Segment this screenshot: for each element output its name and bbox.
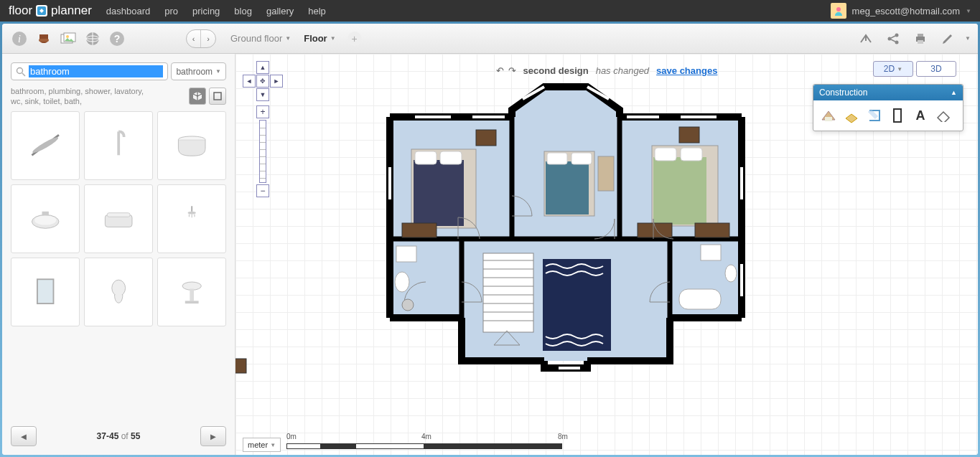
globe-icon[interactable] xyxy=(83,29,103,49)
floorplan-drawing[interactable] xyxy=(365,74,767,375)
next-page-button[interactable]: ► xyxy=(200,426,226,446)
tag-list: bathroom, plumbing, shower, lavatory, wc… xyxy=(11,86,154,107)
chevron-down-icon: ▼ xyxy=(285,35,291,42)
unit-select[interactable]: meter▼ xyxy=(243,438,281,452)
svg-point-30 xyxy=(112,281,126,297)
pan-down-button[interactable]: ▼ xyxy=(256,88,269,101)
view-2d-toggle[interactable]: 2D▼ xyxy=(873,61,913,77)
chair-icon[interactable] xyxy=(34,29,54,49)
chevron-down-icon[interactable]: ▼ xyxy=(965,35,971,42)
settings-icon[interactable] xyxy=(938,29,958,49)
chevron-down-icon: ▼ xyxy=(330,35,336,42)
svg-rect-56 xyxy=(440,151,462,164)
svg-point-8 xyxy=(66,35,69,38)
nav-dashboard[interactable]: dashboard xyxy=(106,6,150,17)
tool-wall[interactable] xyxy=(865,106,884,125)
info-icon[interactable]: i xyxy=(9,29,29,49)
svg-point-75 xyxy=(725,265,737,282)
svg-point-2 xyxy=(836,7,841,11)
view-3d-toggle[interactable]: 3D xyxy=(916,61,956,77)
item-shower[interactable] xyxy=(157,184,226,253)
layer-dropdown[interactable]: Floor ▼ xyxy=(304,33,335,44)
nav-forward-button[interactable]: › xyxy=(201,30,215,47)
app-header: floor planner dashboard pro pricing blog… xyxy=(0,0,980,22)
svg-point-24 xyxy=(34,216,56,225)
item-sink[interactable] xyxy=(157,258,226,326)
item-drain[interactable] xyxy=(11,111,80,180)
logo[interactable]: floor planner xyxy=(9,4,92,18)
svg-rect-69 xyxy=(638,223,672,237)
nav-help[interactable]: help xyxy=(308,6,326,17)
svg-rect-60 xyxy=(571,153,592,164)
svg-rect-36 xyxy=(895,110,900,121)
photos-icon[interactable] xyxy=(58,29,78,49)
search-icon xyxy=(16,67,26,77)
svg-rect-68 xyxy=(402,223,437,237)
item-bathtub-3[interactable] xyxy=(84,184,153,253)
pan-center-button[interactable]: ✥ xyxy=(256,75,269,88)
nav-blog[interactable]: blog xyxy=(234,6,252,17)
pager: ◄ 37-45 of 55 ► xyxy=(11,426,226,446)
nav-pro[interactable]: pro xyxy=(164,6,178,17)
svg-rect-20 xyxy=(214,93,221,100)
svg-point-19 xyxy=(17,67,23,73)
item-mirror[interactable] xyxy=(11,258,80,326)
pan-right-button[interactable]: ► xyxy=(270,75,283,88)
export-icon[interactable] xyxy=(856,29,876,49)
prev-page-button[interactable]: ◄ xyxy=(11,426,37,446)
item-faucet[interactable] xyxy=(84,111,153,180)
canvas[interactable]: ▲ ◄✥► ▼ + − ↶ ↷ second design has change… xyxy=(235,54,978,455)
item-bathtub-2[interactable] xyxy=(11,184,80,253)
view-3d-button[interactable] xyxy=(189,88,206,105)
collapse-icon[interactable]: ▲ xyxy=(951,89,957,96)
construction-panel: Construction ▲ A xyxy=(813,84,963,131)
add-layer-button[interactable]: + xyxy=(347,32,362,46)
svg-rect-59 xyxy=(547,153,567,164)
logo-text-a: floor xyxy=(9,4,32,18)
user-menu[interactable]: meg_escott@hotmail.com ▼ xyxy=(831,3,971,19)
item-bathtub-1[interactable] xyxy=(157,111,226,180)
help-icon[interactable]: ? xyxy=(107,29,127,49)
svg-rect-22 xyxy=(117,132,120,156)
svg-point-21 xyxy=(31,136,60,155)
nav-gallery[interactable]: gallery xyxy=(266,6,294,17)
bed-left xyxy=(411,149,476,228)
svg-rect-18 xyxy=(918,40,923,44)
view-2d-button[interactable] xyxy=(209,88,226,105)
item-urinal[interactable] xyxy=(84,258,153,326)
tool-door[interactable] xyxy=(888,106,907,125)
share-icon[interactable] xyxy=(883,29,903,49)
ruler: meter▼ 0m 4m 8m xyxy=(243,438,574,452)
nav-pricing[interactable]: pricing xyxy=(192,6,220,17)
zoom-slider[interactable] xyxy=(259,120,266,183)
print-icon[interactable] xyxy=(910,29,930,49)
svg-rect-34 xyxy=(825,117,832,121)
svg-rect-74 xyxy=(701,245,721,260)
category-select[interactable]: bathroom ▼ xyxy=(171,62,226,80)
svg-point-13 xyxy=(888,37,892,40)
svg-rect-25 xyxy=(42,212,48,216)
pan-left-button[interactable]: ◄ xyxy=(243,75,256,88)
svg-rect-67 xyxy=(679,127,699,143)
loose-furniture[interactable] xyxy=(235,355,249,377)
avatar xyxy=(831,3,846,19)
svg-text:?: ? xyxy=(114,33,121,44)
svg-rect-58 xyxy=(546,161,589,215)
floor-dropdown[interactable]: Ground floor ▼ xyxy=(230,33,291,44)
svg-rect-17 xyxy=(918,34,923,37)
svg-point-14 xyxy=(895,33,899,37)
svg-rect-5 xyxy=(39,39,49,42)
zoom-in-button[interactable]: + xyxy=(256,105,269,118)
pan-up-button[interactable]: ▲ xyxy=(256,61,269,74)
zoom-out-button[interactable]: − xyxy=(256,184,269,197)
history-nav: ‹ › xyxy=(186,29,216,48)
nav-back-button[interactable]: ‹ xyxy=(187,30,201,47)
search-input[interactable] xyxy=(29,65,163,77)
tool-room[interactable] xyxy=(819,106,838,125)
category-label: bathroom xyxy=(176,67,213,77)
tool-text[interactable]: A xyxy=(911,106,930,125)
tool-dimension[interactable] xyxy=(934,106,953,125)
svg-rect-27 xyxy=(107,213,130,217)
tool-floor[interactable] xyxy=(842,106,861,125)
chevron-down-icon: ▼ xyxy=(215,68,221,75)
